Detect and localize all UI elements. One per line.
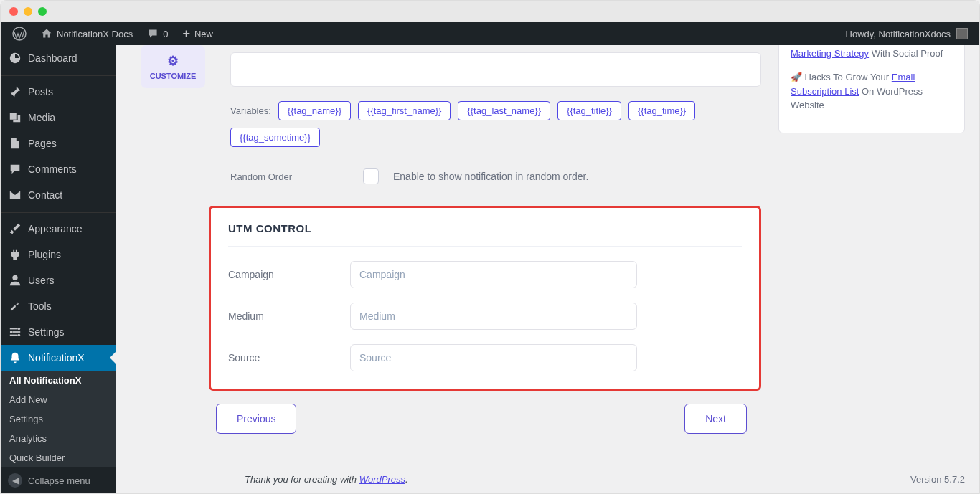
utm-campaign-label: Campaign xyxy=(228,269,350,280)
random-order-row: Random Order Enable to show notification… xyxy=(230,168,761,184)
site-name: NotificationX Docs xyxy=(57,29,133,39)
submenu-all-notificationx[interactable]: All NotificationX xyxy=(1,371,116,390)
main-content: ⚙ CUSTOMIZE Variables: {{tag_name}} {{ta… xyxy=(116,45,979,493)
dashboard-icon xyxy=(8,51,22,65)
sidebar-item-label: Tools xyxy=(28,300,52,312)
comments-link[interactable]: 0 xyxy=(141,22,174,45)
sidebar-item-label: Pages xyxy=(28,138,57,149)
site-name-link[interactable]: NotificationX Docs xyxy=(35,22,138,45)
browser-titlebar xyxy=(1,1,979,22)
sidebar-item-tools[interactable]: Tools xyxy=(1,293,116,319)
next-button[interactable]: Next xyxy=(684,404,747,434)
admin-footer: Thank you for creating with WordPress. V… xyxy=(230,465,979,493)
submenu-add-new[interactable]: Add New xyxy=(1,390,116,409)
sidebar-item-label: Users xyxy=(28,275,55,286)
menu-separator xyxy=(1,74,116,76)
new-label: New xyxy=(194,29,213,39)
window-close-icon[interactable] xyxy=(9,7,18,16)
wp-version: Version 5.7.2 xyxy=(910,474,965,485)
svg-point-7 xyxy=(18,334,21,337)
variable-tag[interactable]: {{tag_title}} xyxy=(557,101,621,120)
blog-item: 🔥 How To Improve Your Email Marketing St… xyxy=(791,45,953,60)
howdy-text: Howdy, NotificationXdocs xyxy=(846,29,951,39)
sidebar-item-notificationx[interactable]: NotificationX xyxy=(1,345,116,371)
comment-icon xyxy=(8,162,22,176)
previous-button[interactable]: Previous xyxy=(216,404,296,434)
sidebar-item-appearance[interactable]: Appearance xyxy=(1,216,116,242)
brush-icon xyxy=(8,222,22,236)
utm-campaign-input[interactable] xyxy=(350,261,637,288)
utm-medium-input[interactable] xyxy=(350,303,637,330)
wp-logo-menu[interactable] xyxy=(6,22,32,45)
svg-point-1 xyxy=(12,275,17,280)
user-icon xyxy=(8,273,22,288)
random-order-label: Random Order xyxy=(230,171,349,182)
plus-icon: + xyxy=(182,27,190,42)
utm-medium-label: Medium xyxy=(228,310,350,322)
sidebar-item-media[interactable]: Media xyxy=(1,105,116,130)
customize-tab[interactable]: ⚙ CUSTOMIZE xyxy=(141,45,205,88)
variables-label: Variables: xyxy=(230,105,271,116)
home-icon xyxy=(41,28,52,39)
variable-tag[interactable]: {{tag_name}} xyxy=(278,101,351,120)
sidebar-item-label: Comments xyxy=(28,163,77,175)
utm-source-label: Source xyxy=(228,352,350,364)
sidebar-item-label: Contact xyxy=(28,189,62,201)
nav-buttons: Previous Next xyxy=(216,404,747,455)
settings-icon xyxy=(8,325,22,339)
plugin-icon xyxy=(8,247,22,262)
submenu-analytics[interactable]: Analytics xyxy=(1,429,116,448)
random-order-checkbox[interactable] xyxy=(363,168,379,184)
sidebar-item-dashboard[interactable]: Dashboard xyxy=(1,45,116,71)
comment-count: 0 xyxy=(163,29,168,39)
sidebar-item-label: NotificationX xyxy=(28,352,85,364)
window-minimize-icon[interactable] xyxy=(24,7,32,16)
utm-source-row: Source xyxy=(228,344,742,371)
collapse-menu-button[interactable]: ◀ Collapse menu xyxy=(1,467,116,493)
admin-sidebar: Dashboard Posts Media Pages Comments C xyxy=(1,45,116,493)
variable-tag[interactable]: {{tag_time}} xyxy=(628,101,695,120)
sidebar-item-contact[interactable]: Contact xyxy=(1,182,116,208)
recommended-blogs-box: Recommended Blogs: 🔥 How To Improve Your… xyxy=(778,45,965,133)
submenu-settings[interactable]: Settings xyxy=(1,409,116,429)
wrench-icon xyxy=(8,299,22,313)
gear-icon: ⚙ xyxy=(167,53,179,69)
sidebar-item-comments[interactable]: Comments xyxy=(1,156,116,182)
sidebar-item-plugins[interactable]: Plugins xyxy=(1,242,116,267)
collapse-icon: ◀ xyxy=(8,473,22,488)
my-account-link[interactable]: Howdy, NotificationXdocs xyxy=(846,28,974,39)
variable-tag[interactable]: {{tag_sometime}} xyxy=(230,128,320,147)
menu-separator xyxy=(1,211,116,213)
sidebar-item-label: Settings xyxy=(28,326,65,338)
mail-icon xyxy=(8,188,22,202)
window-maximize-icon[interactable] xyxy=(38,7,47,16)
sidebar-item-settings[interactable]: Settings xyxy=(1,319,116,345)
media-icon xyxy=(8,110,22,125)
utm-medium-row: Medium xyxy=(228,303,742,330)
submenu: All NotificationX Add New Settings Analy… xyxy=(1,371,116,467)
submenu-quick-builder[interactable]: Quick Builder xyxy=(1,448,116,467)
pin-icon xyxy=(8,85,22,99)
variable-tag[interactable]: {{tag_last_name}} xyxy=(458,101,550,120)
svg-point-5 xyxy=(18,328,21,331)
page-icon xyxy=(8,136,22,151)
wordpress-icon xyxy=(12,27,27,41)
variable-tag[interactable]: {{tag_first_name}} xyxy=(358,101,451,120)
wordpress-link[interactable]: WordPress xyxy=(359,474,405,485)
sidebar-item-pages[interactable]: Pages xyxy=(1,130,116,156)
svg-point-6 xyxy=(10,331,13,333)
blog-item: 🚀 Hacks To Grow Your Email Subscription … xyxy=(791,70,953,113)
sidebar-item-label: Media xyxy=(28,112,55,123)
sidebar-item-users[interactable]: Users xyxy=(1,267,116,293)
new-content-link[interactable]: + New xyxy=(176,22,219,45)
utm-source-input[interactable] xyxy=(350,344,637,371)
comment-icon xyxy=(147,28,159,39)
random-order-description: Enable to show notification in random or… xyxy=(393,171,588,182)
bell-icon xyxy=(8,351,22,365)
footer-thankyou: Thank you for creating with xyxy=(245,474,359,485)
svg-rect-2 xyxy=(10,328,18,330)
customize-label: CUSTOMIZE xyxy=(150,72,197,80)
utm-campaign-row: Campaign xyxy=(228,261,742,288)
sidebar-item-posts[interactable]: Posts xyxy=(1,79,116,105)
svg-rect-4 xyxy=(10,335,18,336)
